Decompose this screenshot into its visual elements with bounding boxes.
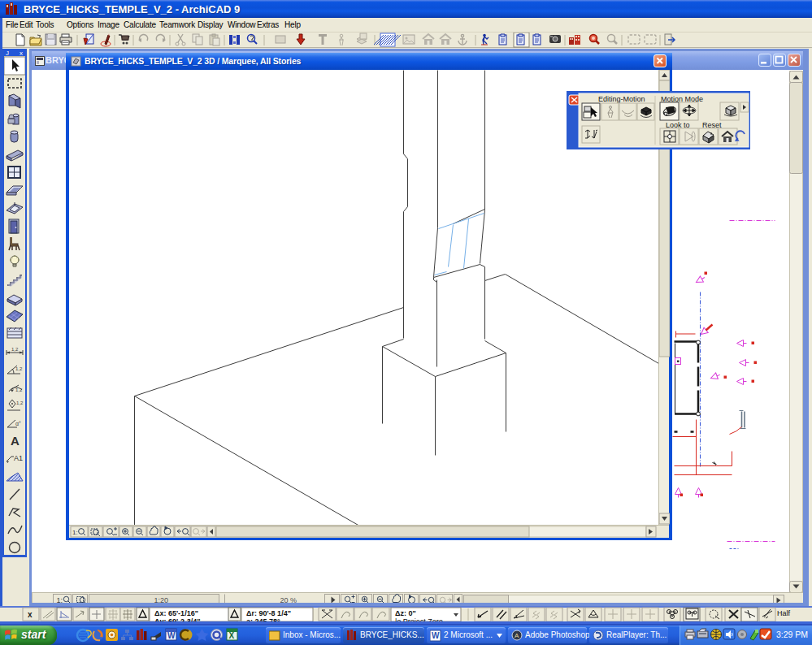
svg-text:x: x (20, 50, 23, 57)
svg-text:1,2: 1,2 (15, 387, 23, 392)
svg-text:J: J (6, 50, 9, 57)
svg-text:A: A (11, 434, 20, 448)
svg-text:1:: 1: (72, 529, 78, 536)
svg-text:20 %: 20 % (280, 596, 297, 604)
svg-text:1,2: 1,2 (15, 366, 23, 371)
svg-text:W: W (432, 631, 440, 640)
svg-text:α°: α° (15, 421, 21, 426)
svg-text:X: X (229, 631, 235, 640)
svg-text:1,2: 1,2 (11, 347, 19, 352)
svg-text:1:: 1: (57, 596, 63, 604)
svg-text:Half: Half (777, 609, 791, 617)
svg-text:A1: A1 (14, 454, 23, 462)
svg-text:Δr: 90'-8 1/4": Δr: 90'-8 1/4" (246, 609, 291, 617)
svg-text:A: A (515, 632, 519, 639)
svg-text:Editing-Motion: Editing-Motion (598, 95, 645, 103)
svg-text:W: W (167, 631, 176, 640)
svg-text:x: x (28, 610, 33, 619)
svg-text:1,2: 1,2 (16, 400, 24, 405)
svg-text:1:20: 1:20 (154, 596, 169, 604)
svg-text:Δx: 65'-1/16": Δx: 65'-1/16" (154, 609, 198, 617)
svg-text:Δz: 0": Δz: 0" (395, 609, 416, 617)
